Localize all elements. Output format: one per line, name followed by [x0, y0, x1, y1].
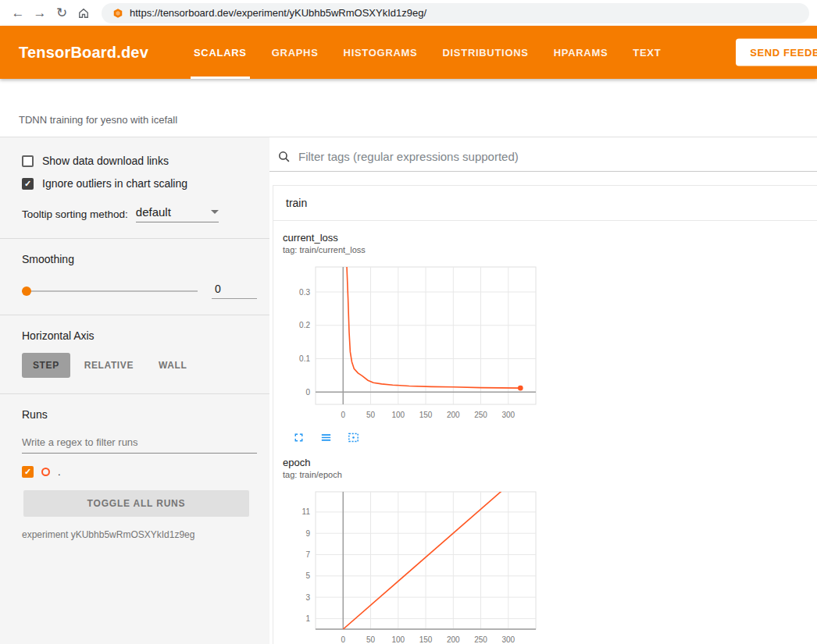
line-chart[interactable]: 0501001502002503001357911: [283, 486, 541, 644]
line-chart[interactable]: 05010015020025030000.10.20.3: [283, 261, 541, 425]
url-text: https://tensorboard.dev/experiment/yKUbh…: [130, 7, 426, 19]
divider: [0, 393, 269, 394]
run-row[interactable]: .: [22, 466, 257, 478]
slider-knob[interactable]: [22, 286, 31, 296]
smoothing-value[interactable]: 0: [212, 283, 257, 299]
forward-icon[interactable]: →: [30, 3, 50, 23]
settings-sidebar: Show data download links Ignore outliers…: [0, 137, 269, 644]
tensorboard-favicon-icon: [112, 8, 123, 19]
run-name: .: [58, 466, 61, 478]
train-section-header[interactable]: train: [273, 186, 817, 221]
search-icon: [277, 150, 291, 163]
svg-text:300: 300: [501, 635, 515, 644]
tab-hparams[interactable]: HPARAMS: [541, 26, 621, 79]
svg-text:7: 7: [305, 550, 310, 559]
tab-scalars[interactable]: SCALARS: [181, 26, 259, 79]
nav-tabs: SCALARS GRAPHS HISTOGRAMS DISTRIBUTIONS …: [181, 26, 673, 79]
svg-text:150: 150: [419, 635, 433, 644]
horizontal-axis-buttons: STEP RELATIVE WALL: [22, 353, 257, 378]
svg-text:0: 0: [341, 411, 346, 419]
svg-text:0.1: 0.1: [299, 354, 310, 363]
tooltip-sorting-label: Tooltip sorting method:: [22, 208, 128, 220]
checkbox-label: Ignore outliers in chart scaling: [42, 177, 187, 190]
axis-step-button[interactable]: STEP: [22, 353, 70, 378]
tooltip-sorting-select[interactable]: default: [136, 205, 219, 222]
svg-text:150: 150: [419, 411, 433, 419]
svg-text:100: 100: [391, 411, 405, 419]
chart-card: current_losstag: train/current_loss05010…: [283, 232, 547, 444]
checkbox-label: Show data download links: [42, 155, 169, 167]
divider: [0, 315, 269, 315]
svg-text:1: 1: [305, 614, 310, 623]
svg-text:200: 200: [447, 411, 460, 419]
tooltip-sorting-row: Tooltip sorting method: default: [22, 205, 257, 222]
svg-text:0.3: 0.3: [299, 288, 310, 297]
svg-text:0: 0: [305, 388, 310, 397]
tooltip-sorting-value: default: [136, 205, 171, 219]
send-feedback-button[interactable]: SEND FEEDBACK: [736, 39, 817, 66]
tag-filter: [269, 137, 817, 172]
svg-text:0.2: 0.2: [299, 321, 310, 329]
svg-text:0: 0: [341, 635, 346, 644]
run-checkbox-icon[interactable]: [22, 466, 34, 478]
svg-text:100: 100: [391, 635, 405, 644]
back-icon[interactable]: ←: [8, 3, 28, 23]
runs-filter-input[interactable]: [22, 432, 257, 454]
address-bar[interactable]: https://tensorboard.dev/experiment/yKUbh…: [102, 3, 809, 23]
train-section: train current_losstag: train/current_los…: [273, 185, 817, 644]
chart-toolbar: [283, 428, 547, 444]
svg-text:50: 50: [366, 411, 376, 419]
expand-chart-icon[interactable]: [292, 431, 305, 444]
chart-title: epoch: [283, 457, 547, 468]
toggle-all-runs-button[interactable]: TOGGLE ALL RUNS: [23, 490, 249, 517]
browser-toolbar: ← → ↻ https://tensorboard.dev/experiment…: [0, 0, 817, 26]
tab-graphs[interactable]: GRAPHS: [259, 26, 331, 79]
svg-text:50: 50: [366, 635, 376, 644]
checkbox-icon[interactable]: [22, 178, 34, 190]
axis-relative-button[interactable]: RELATIVE: [73, 353, 144, 378]
fit-domain-icon[interactable]: [347, 431, 360, 444]
content-area: Show data download links Ignore outliers…: [0, 137, 817, 644]
home-icon[interactable]: [73, 3, 94, 23]
smoothing-label: Smoothing: [22, 253, 257, 265]
ignore-outliers-checkbox[interactable]: Ignore outliers in chart scaling: [22, 177, 257, 190]
show-download-links-checkbox[interactable]: Show data download links: [22, 155, 257, 167]
axis-wall-button[interactable]: WALL: [148, 353, 198, 378]
svg-text:11: 11: [302, 507, 311, 516]
brand-title: TensorBoard.dev: [19, 44, 148, 62]
chart-card: epochtag: train/epoch0501001502002503001…: [283, 457, 547, 644]
horizontal-axis-label: Horizontal Axis: [22, 329, 257, 342]
svg-text:5: 5: [305, 571, 310, 580]
runs-table-icon[interactable]: [319, 431, 333, 444]
svg-text:3: 3: [305, 593, 310, 602]
chart-title: current_loss: [283, 232, 547, 244]
svg-text:200: 200: [447, 635, 460, 644]
chart-tag: tag: train/epoch: [283, 470, 547, 479]
svg-text:300: 300: [501, 411, 515, 419]
experiment-description: TDNN training for yesno with icefall: [0, 79, 817, 137]
tag-filter-input[interactable]: [298, 150, 811, 163]
svg-text:9: 9: [305, 529, 310, 538]
run-color-icon: [41, 468, 50, 476]
svg-text:250: 250: [474, 635, 487, 644]
charts-grid: current_losstag: train/current_loss05010…: [273, 221, 817, 644]
app-header: TensorBoard.dev SCALARS GRAPHS HISTOGRAM…: [0, 26, 817, 79]
tab-text[interactable]: TEXT: [620, 26, 673, 79]
svg-text:250: 250: [474, 411, 487, 419]
main-panel: train current_losstag: train/current_los…: [269, 137, 817, 644]
tab-distributions[interactable]: DISTRIBUTIONS: [430, 26, 541, 79]
chart-tag: tag: train/current_loss: [283, 245, 547, 254]
smoothing-row: 0: [22, 283, 257, 299]
reload-icon[interactable]: ↻: [52, 3, 72, 23]
experiment-id: experiment yKUbhb5wRmOSXYkId1z9eg: [22, 529, 257, 540]
tab-histograms[interactable]: HISTOGRAMS: [331, 26, 430, 79]
runs-label: Runs: [22, 408, 257, 421]
smoothing-slider[interactable]: [22, 290, 198, 292]
divider: [0, 238, 269, 239]
checkbox-icon[interactable]: [22, 155, 34, 167]
chevron-down-icon: [211, 210, 219, 214]
